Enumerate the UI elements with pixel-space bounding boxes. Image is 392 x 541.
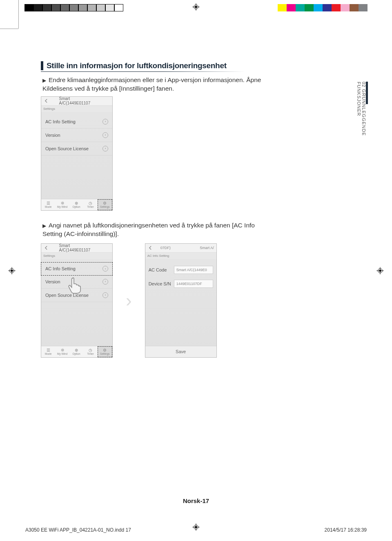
registration-mark-icon	[192, 523, 200, 531]
instruction-text: Endre klimaanlegginformasjonen eller se …	[42, 76, 261, 92]
device-sn-row: Device S/N 1449E01107DF	[145, 277, 216, 291]
footer-timer[interactable]: ◷Timer	[83, 199, 97, 210]
gear-icon: ⚙	[103, 201, 107, 205]
row-ac-info[interactable]: AC Info Setting ›	[41, 115, 112, 129]
app-footer: ☰Mode ❊My Wind ⊕Option ◷Timer ⚙Settings	[41, 199, 112, 210]
grayscale-swatches	[24, 4, 123, 11]
color-swatches	[278, 4, 368, 11]
foot-label: My Wind	[57, 205, 67, 208]
footer-settings[interactable]: ⚙Settings	[98, 346, 112, 357]
chevron-right-icon: ›	[102, 146, 108, 151]
foot-label: Timer	[87, 352, 94, 355]
instruction-bullet: ▶Angi navnet på luftkondisjoneringsenhet…	[41, 221, 270, 238]
app-header: 07DF) Smart A/	[145, 244, 216, 253]
foot-label: Option	[72, 205, 80, 208]
timer-icon: ◷	[89, 348, 92, 352]
foot-label: Timer	[87, 205, 94, 208]
field-label: Device S/N	[149, 281, 174, 286]
instruction-bullet: ▶Endre klimaanlegginformasjonen eller se…	[41, 76, 270, 93]
foot-label: Settings	[100, 205, 110, 208]
section-heading: Stille inn informasjon for luftkondisjon…	[47, 61, 368, 70]
heading-underline	[41, 71, 245, 72]
foot-label: Mode	[45, 352, 51, 355]
chevron-right-icon: ›	[102, 266, 108, 272]
chevron-right-icon: ›	[102, 132, 108, 138]
ac-code-input[interactable]: Smart A/C(1449E0	[174, 266, 213, 274]
option-icon: ⊕	[75, 348, 78, 352]
foot-label: Option	[72, 352, 80, 355]
app-header: Smart A/C(1449E01107	[41, 244, 112, 253]
save-button[interactable]: Save	[145, 346, 216, 357]
back-icon[interactable]	[147, 245, 153, 251]
crop-mark	[0, 29, 18, 29]
row-ac-info-highlighted[interactable]: AC Info Setting ›	[41, 262, 113, 276]
wind-icon: ❊	[61, 201, 64, 205]
footer-mode[interactable]: ☰Mode	[41, 199, 55, 210]
app-header-title: Smart A/C(1449E01107	[59, 96, 95, 105]
row-label: Version	[45, 279, 60, 284]
bullet-arrow-icon: ▶	[42, 77, 46, 84]
row-label: AC Info Setting	[45, 266, 76, 271]
input-value: 1449E01107DF	[176, 282, 202, 286]
app-header-title: Smart A/C(1449E01107	[59, 243, 95, 252]
footer-timer[interactable]: ◷Timer	[83, 346, 97, 357]
print-timestamp: 2014/5/17 16:28:39	[325, 527, 367, 533]
row-label: AC Info Setting	[45, 119, 76, 124]
heading-block: Stille inn informasjon for luftkondisjon…	[41, 61, 368, 70]
option-icon: ⊕	[75, 201, 78, 205]
registration-mark-icon	[376, 267, 384, 274]
header-id-left: 07DF)	[160, 246, 171, 250]
row-label: Open Source License	[45, 146, 89, 151]
phone-mockup-settings: Smart A/C(1449E01107 Settings AC Info Se…	[41, 96, 113, 211]
instruction-text: Angi navnet på luftkondisjoneringsenhete…	[42, 222, 255, 237]
chevron-right-icon: ›	[102, 119, 108, 125]
registration-mark-icon	[8, 267, 16, 274]
registration-mark-icon	[192, 3, 200, 11]
bullet-arrow-icon: ▶	[42, 223, 46, 229]
back-icon[interactable]	[43, 245, 49, 251]
save-label: Save	[176, 349, 186, 354]
foot-label: Mode	[45, 205, 51, 208]
row-license[interactable]: Open Source License ›	[41, 142, 112, 156]
tap-pointer-icon	[67, 276, 81, 293]
timer-icon: ◷	[89, 201, 92, 205]
chevron-right-icon: ›	[102, 292, 108, 298]
device-sn-input[interactable]: 1449E01107DF	[174, 280, 213, 288]
flow-arrow-icon: ›	[126, 290, 132, 311]
page-content: Stille inn informasjon for luftkondisjon…	[41, 61, 368, 358]
row-label: Version	[45, 133, 60, 138]
app-header: Smart A/C(1449E01107	[41, 97, 112, 106]
foot-label: Settings	[100, 352, 110, 355]
back-icon[interactable]	[43, 98, 49, 104]
foot-label: My Wind	[57, 352, 67, 355]
input-value: Smart A/C(1449E0	[176, 268, 207, 272]
app-footer: ☰Mode ❊My Wind ⊕Option ◷Timer ⚙Settings	[41, 346, 112, 357]
footer-mode[interactable]: ☰Mode	[41, 346, 55, 357]
crop-mark	[18, 0, 19, 29]
header-id-right: Smart A/	[200, 246, 214, 250]
field-label: AC Code	[149, 267, 174, 272]
footer-settings[interactable]: ⚙Settings	[98, 199, 112, 210]
page-number: Norsk-17	[183, 497, 209, 504]
section-label: AC Info Setting	[145, 253, 216, 259]
phone-mockup-acinfo: 07DF) Smart A/ AC Info Setting AC Code S…	[145, 243, 217, 358]
ac-code-row: AC Code Smart A/C(1449E0	[145, 263, 216, 277]
chevron-right-icon: ›	[102, 279, 108, 285]
section-label: Settings	[41, 253, 112, 259]
phone-mockup-row: Smart A/C(1449E01107 Settings AC Info Se…	[41, 243, 368, 358]
footer-option[interactable]: ⊕Option	[69, 346, 83, 357]
footer-mywind[interactable]: ❊My Wind	[55, 199, 69, 210]
footer-option[interactable]: ⊕Option	[69, 199, 83, 210]
section-label: Settings	[41, 106, 112, 112]
mode-icon: ☰	[47, 348, 50, 352]
gear-icon: ⚙	[103, 348, 107, 352]
footer-mywind[interactable]: ❊My Wind	[55, 346, 69, 357]
row-version[interactable]: Version ›	[41, 129, 112, 142]
indesign-filename: A3050 EE WiFi APP_IB_04221A-01_NO.indd 1…	[25, 527, 131, 533]
wind-icon: ❊	[61, 348, 64, 352]
phone-mockup-settings-tap: Smart A/C(1449E01107 Settings AC Info Se…	[41, 243, 113, 358]
mode-icon: ☰	[47, 201, 50, 205]
